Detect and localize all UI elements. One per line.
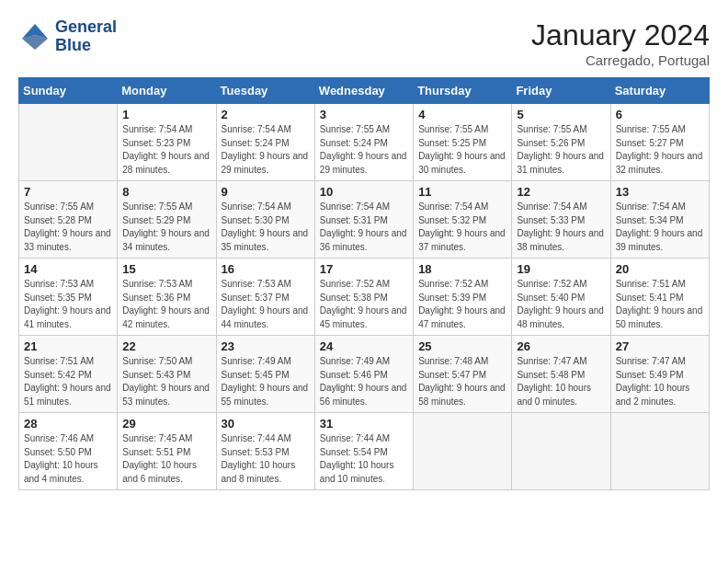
day-number: 28 [24,417,112,431]
weekday-header-cell: Thursday [414,78,512,104]
day-number: 16 [222,262,310,276]
day-info: Sunrise: 7:55 AMSunset: 5:25 PMDaylight:… [418,123,506,177]
day-number: 22 [122,339,210,353]
calendar-day-cell: 12Sunrise: 7:54 AMSunset: 5:33 PMDayligh… [512,181,610,259]
day-number: 5 [517,108,605,121]
calendar-day-cell: 14Sunrise: 7:53 AMSunset: 5:35 PMDayligh… [19,259,118,336]
calendar-day-cell: 24Sunrise: 7:49 AMSunset: 5:46 PMDayligh… [314,336,413,413]
day-info: Sunrise: 7:47 AMSunset: 5:49 PMDaylight:… [616,355,704,408]
day-info: Sunrise: 7:54 AMSunset: 5:24 PMDaylight:… [222,123,310,177]
calendar-day-cell: 6Sunrise: 7:55 AMSunset: 5:27 PMDaylight… [610,104,709,181]
day-number: 14 [24,262,112,276]
day-number: 31 [320,417,408,431]
day-number: 1 [122,108,210,121]
calendar-day-cell: 26Sunrise: 7:47 AMSunset: 5:48 PMDayligh… [512,336,610,413]
day-info: Sunrise: 7:51 AMSunset: 5:41 PMDaylight:… [616,278,704,331]
weekday-header-cell: Wednesday [314,78,413,104]
day-number: 7 [24,185,112,199]
calendar-day-cell: 10Sunrise: 7:54 AMSunset: 5:31 PMDayligh… [314,181,413,259]
day-info: Sunrise: 7:48 AMSunset: 5:47 PMDaylight:… [418,355,506,408]
day-info: Sunrise: 7:47 AMSunset: 5:48 PMDaylight:… [517,355,605,408]
day-number: 20 [616,262,704,276]
day-number: 26 [517,339,605,353]
calendar-day-cell [414,413,512,490]
day-info: Sunrise: 7:54 AMSunset: 5:34 PMDaylight:… [616,201,704,254]
day-number: 10 [320,185,408,199]
day-number: 23 [222,339,310,353]
calendar-day-cell: 2Sunrise: 7:54 AMSunset: 5:24 PMDaylight… [216,104,314,181]
day-number: 18 [418,262,506,276]
day-number: 29 [122,417,210,431]
calendar-day-cell: 9Sunrise: 7:54 AMSunset: 5:30 PMDaylight… [216,181,314,259]
location: Carregado, Portugal [531,52,710,68]
day-info: Sunrise: 7:52 AMSunset: 5:39 PMDaylight:… [418,278,506,331]
day-info: Sunrise: 7:49 AMSunset: 5:46 PMDaylight:… [320,355,408,408]
day-info: Sunrise: 7:52 AMSunset: 5:38 PMDaylight:… [320,278,408,331]
calendar-day-cell: 18Sunrise: 7:52 AMSunset: 5:39 PMDayligh… [414,259,512,336]
calendar-day-cell: 16Sunrise: 7:53 AMSunset: 5:37 PMDayligh… [216,259,314,336]
calendar-day-cell: 15Sunrise: 7:53 AMSunset: 5:36 PMDayligh… [118,259,216,336]
day-number: 4 [418,108,506,121]
day-number: 12 [517,185,605,199]
day-info: Sunrise: 7:50 AMSunset: 5:43 PMDaylight:… [122,355,210,408]
day-number: 30 [222,417,310,431]
month-title: January 2024 [531,18,710,52]
day-number: 2 [222,108,310,121]
weekday-header-cell: Tuesday [216,78,314,104]
calendar-week-row: 21Sunrise: 7:51 AMSunset: 5:42 PMDayligh… [19,336,710,413]
calendar-day-cell: 4Sunrise: 7:55 AMSunset: 5:25 PMDaylight… [414,104,512,181]
day-number: 8 [122,185,210,199]
calendar-week-row: 7Sunrise: 7:55 AMSunset: 5:28 PMDaylight… [19,181,710,259]
day-number: 13 [616,185,704,199]
day-number: 6 [616,108,704,121]
day-info: Sunrise: 7:55 AMSunset: 5:26 PMDaylight:… [517,123,605,177]
calendar-day-cell: 28Sunrise: 7:46 AMSunset: 5:50 PMDayligh… [19,413,118,490]
calendar-table: SundayMondayTuesdayWednesdayThursdayFrid… [18,77,710,490]
day-info: Sunrise: 7:51 AMSunset: 5:42 PMDaylight:… [24,355,112,408]
calendar-day-cell: 19Sunrise: 7:52 AMSunset: 5:40 PMDayligh… [512,259,610,336]
calendar-day-cell: 17Sunrise: 7:52 AMSunset: 5:38 PMDayligh… [314,259,413,336]
day-number: 17 [320,262,408,276]
day-info: Sunrise: 7:55 AMSunset: 5:27 PMDaylight:… [616,123,704,177]
calendar-day-cell: 29Sunrise: 7:45 AMSunset: 5:51 PMDayligh… [118,413,216,490]
calendar-day-cell [610,413,709,490]
day-info: Sunrise: 7:53 AMSunset: 5:36 PMDaylight:… [122,278,210,331]
day-info: Sunrise: 7:52 AMSunset: 5:40 PMDaylight:… [517,278,605,331]
day-info: Sunrise: 7:54 AMSunset: 5:30 PMDaylight:… [222,201,310,254]
calendar-day-cell: 13Sunrise: 7:54 AMSunset: 5:34 PMDayligh… [610,181,709,259]
day-info: Sunrise: 7:55 AMSunset: 5:28 PMDaylight:… [24,201,112,254]
logo-text: General Blue [55,18,117,55]
calendar-day-cell: 8Sunrise: 7:55 AMSunset: 5:29 PMDaylight… [118,181,216,259]
day-info: Sunrise: 7:49 AMSunset: 5:45 PMDaylight:… [222,355,310,408]
day-info: Sunrise: 7:53 AMSunset: 5:35 PMDaylight:… [24,278,112,331]
calendar-day-cell: 30Sunrise: 7:44 AMSunset: 5:53 PMDayligh… [216,413,314,490]
day-info: Sunrise: 7:54 AMSunset: 5:32 PMDaylight:… [418,201,506,254]
weekday-header-cell: Friday [512,78,610,104]
day-number: 27 [616,339,704,353]
calendar-day-cell: 1Sunrise: 7:54 AMSunset: 5:23 PMDaylight… [118,104,216,181]
day-info: Sunrise: 7:55 AMSunset: 5:24 PMDaylight:… [320,123,408,177]
calendar-day-cell: 21Sunrise: 7:51 AMSunset: 5:42 PMDayligh… [19,336,118,413]
day-number: 11 [418,185,506,199]
calendar-day-cell: 31Sunrise: 7:44 AMSunset: 5:54 PMDayligh… [314,413,413,490]
calendar-day-cell: 11Sunrise: 7:54 AMSunset: 5:32 PMDayligh… [414,181,512,259]
day-number: 15 [122,262,210,276]
calendar-day-cell: 27Sunrise: 7:47 AMSunset: 5:49 PMDayligh… [610,336,709,413]
calendar-day-cell: 3Sunrise: 7:55 AMSunset: 5:24 PMDaylight… [314,104,413,181]
day-number: 21 [24,339,112,353]
page-header: General Blue January 2024 Carregado, Por… [18,18,710,68]
calendar-day-cell: 23Sunrise: 7:49 AMSunset: 5:45 PMDayligh… [216,336,314,413]
calendar-day-cell: 25Sunrise: 7:48 AMSunset: 5:47 PMDayligh… [414,336,512,413]
day-info: Sunrise: 7:45 AMSunset: 5:51 PMDaylight:… [122,432,210,486]
day-info: Sunrise: 7:54 AMSunset: 5:23 PMDaylight:… [122,123,210,177]
day-info: Sunrise: 7:54 AMSunset: 5:31 PMDaylight:… [320,201,408,254]
calendar-day-cell [512,413,610,490]
calendar-day-cell: 5Sunrise: 7:55 AMSunset: 5:26 PMDaylight… [512,104,610,181]
day-info: Sunrise: 7:54 AMSunset: 5:33 PMDaylight:… [517,201,605,254]
day-info: Sunrise: 7:53 AMSunset: 5:37 PMDaylight:… [222,278,310,331]
logo-icon [18,20,51,53]
day-number: 19 [517,262,605,276]
day-info: Sunrise: 7:44 AMSunset: 5:54 PMDaylight:… [320,432,408,486]
calendar-week-row: 28Sunrise: 7:46 AMSunset: 5:50 PMDayligh… [19,413,710,490]
calendar-week-row: 1Sunrise: 7:54 AMSunset: 5:23 PMDaylight… [19,104,710,181]
